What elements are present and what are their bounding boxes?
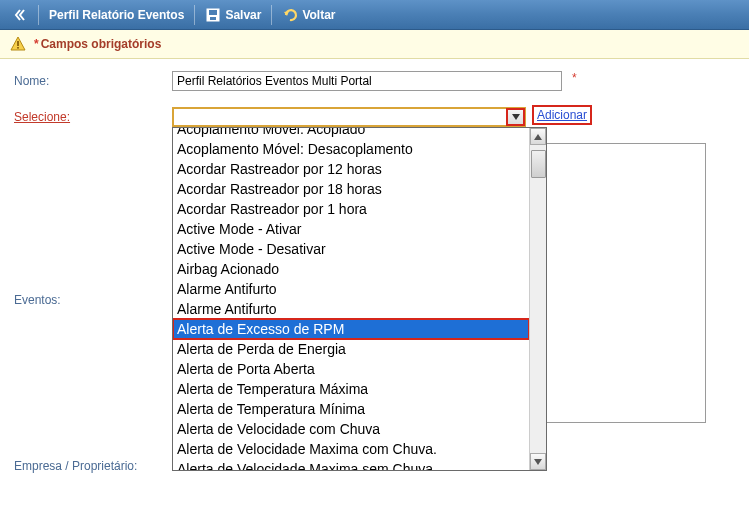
dropdown-item[interactable]: Alerta de Velocidade com Chuva — [173, 419, 529, 439]
dropdown-item[interactable]: Acoplamento Móvel: Acoplado — [173, 128, 529, 139]
dropdown-item[interactable]: Acordar Rastreador por 12 horas — [173, 159, 529, 179]
dropdown-item[interactable]: Acordar Rastreador por 18 horas — [173, 179, 529, 199]
empresa-label: Empresa / Proprietário: — [14, 149, 172, 473]
dropdown-item[interactable]: Alerta de Velocidade Maxima com Chuva. — [173, 439, 529, 459]
dropdown-item[interactable]: Active Mode - Ativar — [173, 219, 529, 239]
save-button[interactable]: Salvar — [197, 0, 269, 29]
save-label: Salvar — [225, 8, 261, 22]
dropdown-item[interactable]: Alerta de Temperatura Máxima — [173, 379, 529, 399]
chevron-down-icon — [512, 114, 520, 120]
dropdown-arrow-button[interactable] — [507, 109, 524, 125]
warning-icon — [10, 36, 26, 52]
svg-rect-1 — [209, 10, 217, 15]
separator — [194, 5, 195, 25]
scroll-thumb[interactable] — [531, 150, 546, 178]
dropdown-scrollbar[interactable] — [529, 128, 546, 470]
required-notice: *Campos obrigatórios — [0, 30, 749, 59]
selecione-select[interactable] — [172, 107, 526, 127]
form: Nome: * Selecione: Acoplamento Móvel: Ac… — [0, 59, 749, 529]
page-title: Perfil Relatório Eventos — [41, 0, 192, 29]
save-icon — [205, 7, 221, 23]
nome-label: Nome: — [14, 71, 172, 88]
dropdown-item[interactable]: Alarme Antifurto — [173, 299, 529, 319]
chevron-up-icon — [534, 134, 542, 140]
selecione-label: Selecione: — [14, 107, 172, 124]
adicionar-link[interactable]: Adicionar — [537, 108, 587, 122]
dropdown-item[interactable]: Active Mode - Desativar — [173, 239, 529, 259]
svg-rect-4 — [17, 47, 19, 49]
dropdown-item[interactable]: Alerta de Porta Aberta — [173, 359, 529, 379]
back-button[interactable]: Voltar — [274, 0, 343, 29]
undo-icon — [282, 7, 298, 23]
toolbar-title: Perfil Relatório Eventos — [49, 8, 184, 22]
dropdown-item[interactable]: Alerta de Velocidade Maxima sem Chuva — [173, 459, 529, 470]
dropdown-item[interactable]: Alerta de Temperatura Mínima — [173, 399, 529, 419]
selecione-dropdown: Acoplamento Móvel: AcopladoAcoplamento M… — [172, 127, 547, 471]
chevron-double-left-icon — [12, 7, 28, 23]
dropdown-item[interactable]: Alarme Antifurto — [173, 279, 529, 299]
notice-text: *Campos obrigatórios — [34, 37, 161, 51]
scroll-down-button[interactable] — [530, 453, 546, 470]
svg-rect-3 — [17, 41, 19, 46]
back-label: Voltar — [302, 8, 335, 22]
separator — [271, 5, 272, 25]
dropdown-item[interactable]: Airbag Acionado — [173, 259, 529, 279]
dropdown-item[interactable]: Alerta de Perda de Energia — [173, 339, 529, 359]
nome-input[interactable] — [172, 71, 562, 91]
toolbar: Perfil Relatório Eventos Salvar Voltar — [0, 0, 749, 30]
required-star: * — [572, 71, 577, 85]
scroll-up-button[interactable] — [530, 128, 546, 145]
separator — [38, 5, 39, 25]
collapse-button[interactable] — [4, 0, 36, 29]
selecione-row: Selecione: Acoplamento Móvel: AcopladoAc… — [14, 107, 735, 127]
nome-row: Nome: * — [14, 71, 735, 91]
dropdown-item[interactable]: Acordar Rastreador por 1 hora — [173, 199, 529, 219]
adicionar-highlight: Adicionar — [534, 107, 590, 123]
svg-rect-2 — [210, 17, 216, 20]
chevron-down-icon — [534, 459, 542, 465]
dropdown-item[interactable]: Acoplamento Móvel: Desacoplamento — [173, 139, 529, 159]
dropdown-items: Acoplamento Móvel: AcopladoAcoplamento M… — [173, 128, 529, 470]
dropdown-item[interactable]: Alerta de Excesso de RPM — [173, 319, 529, 339]
